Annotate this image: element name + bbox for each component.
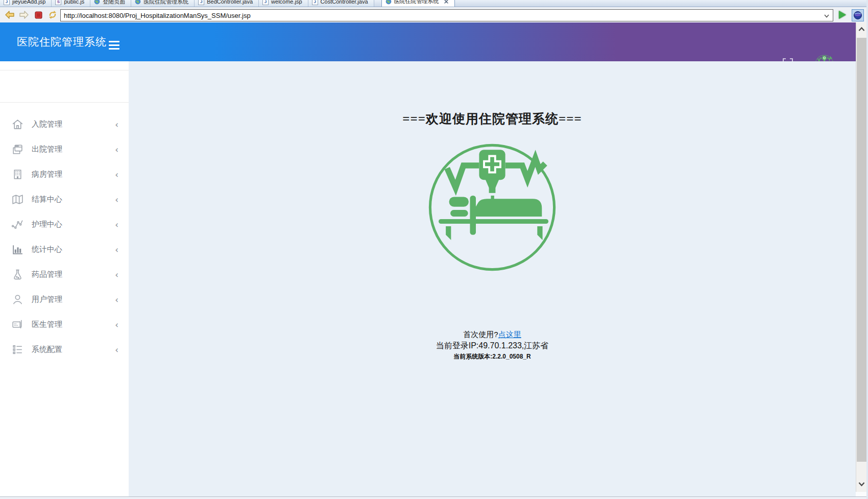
first-use-link[interactable]: 点这里	[498, 330, 521, 339]
map-icon	[11, 193, 24, 206]
editor-tab-costcontroller[interactable]: J CostController.java	[308, 0, 374, 7]
hamburger-menu-icon[interactable]	[109, 41, 119, 50]
scroll-up-icon[interactable]	[858, 26, 865, 33]
tab-label: jieyueAdd.jsp	[12, 0, 45, 5]
jsp-file-icon: J	[262, 0, 269, 5]
jsp-file-icon: J	[4, 0, 10, 5]
login-ip-text: 当前登录IP:49.70.1.233,江苏省	[129, 341, 856, 351]
chevron-left-icon: ‹	[115, 270, 118, 280]
editor-tab-jieyueadd[interactable]: J jieyueAdd.jsp	[0, 0, 52, 7]
editor-tab-hospital-system[interactable]: 医院住院管理系统	[131, 0, 195, 7]
chevron-left-icon: ‹	[115, 195, 118, 205]
stop-icon	[35, 11, 42, 19]
sidebar-item-label: 入院管理	[32, 120, 62, 129]
sidebar-item-label: 病房管理	[32, 170, 62, 179]
chevron-left-icon: ‹	[115, 245, 118, 255]
forward-arrow-icon	[19, 11, 29, 19]
scrollbar-thumb[interactable]	[857, 38, 866, 462]
scroll-down-icon[interactable]	[858, 480, 865, 488]
back-arrow-icon	[5, 11, 15, 19]
version-text: 当前系统版本:2.2.0_0508_R	[129, 353, 856, 361]
sidebar-divider	[0, 70, 129, 70]
sidebar-item-users[interactable]: 用户管理 ‹	[0, 287, 129, 312]
sidebar-item-ward[interactable]: 病房管理 ‹	[0, 162, 129, 187]
editor-tab-login-page[interactable]: 登陆页面	[90, 0, 131, 7]
first-use-text: 首次使用?	[463, 330, 498, 339]
app-title: 医院住院管理系统	[17, 35, 107, 49]
tab-label: 登陆页面	[103, 0, 125, 6]
browser-engine-button[interactable]	[852, 9, 864, 21]
url-input[interactable]	[61, 10, 833, 21]
java-file-icon: J	[198, 0, 204, 5]
browser-toolbar	[0, 8, 868, 22]
list-icon	[11, 343, 24, 356]
refresh-button[interactable]	[47, 10, 58, 20]
refresh-icon	[48, 10, 57, 19]
flask-icon	[11, 268, 24, 281]
globe-icon	[135, 0, 141, 5]
chart-line-icon	[11, 218, 24, 231]
user-icon	[11, 293, 24, 306]
chevron-left-icon: ‹	[115, 170, 118, 180]
close-icon[interactable]	[444, 0, 449, 4]
main-content: ===欢迎使用住院管理系统=== 首次使用?点这里 当前登录IP:49.70.1…	[129, 61, 856, 496]
sidebar-item-label: 统计中心	[32, 245, 62, 254]
editor-tab-bedcontroller[interactable]: J BedController.java	[195, 0, 259, 7]
java-file-icon: J	[312, 0, 318, 5]
sidebar-item-system-config[interactable]: 系统配置 ‹	[0, 337, 129, 362]
hospital-bed-logo-icon	[427, 142, 558, 273]
chevron-left-icon: ‹	[115, 220, 118, 230]
forward-button[interactable]	[19, 10, 29, 20]
sidebar-divider	[0, 102, 129, 103]
sidebar-menu: 入院管理 ‹ 出院管理 ‹ 病房管理	[0, 112, 129, 362]
sidebar-item-label: 系统配置	[32, 345, 62, 354]
go-button[interactable]	[839, 11, 846, 19]
editor-tab-hospital-system-active[interactable]: 医院住院管理系统	[381, 0, 455, 7]
building-icon	[11, 168, 24, 181]
tab-label: 医院住院管理系统	[143, 0, 188, 6]
sidebar-item-medicine[interactable]: 药品管理 ‹	[0, 262, 129, 287]
sidebar-item-label: 医生管理	[32, 320, 62, 329]
sidebar-item-doctors[interactable]: 医生管理 ‹	[0, 312, 129, 337]
globe-icon	[385, 0, 392, 5]
browser-globe-icon	[853, 11, 862, 20]
address-bar	[60, 9, 833, 21]
bar-chart-icon	[11, 243, 24, 256]
app-header: 医院住院管理系统	[0, 22, 856, 61]
sidebar-item-discharge[interactable]: 出院管理 ‹	[0, 137, 129, 162]
back-button[interactable]	[5, 10, 15, 20]
sidebar-item-label: 出院管理	[32, 145, 62, 154]
sidebar-item-label: 结算中心	[32, 195, 62, 204]
globe-icon	[94, 0, 100, 5]
welcome-heading: ===欢迎使用住院管理系统===	[129, 110, 856, 127]
editor-tab-welcome[interactable]: J welcome.jsp	[259, 0, 308, 7]
sidebar-item-statistics[interactable]: 统计中心 ‹	[0, 237, 129, 262]
sidebar-item-nursing[interactable]: 护理中心 ‹	[0, 212, 129, 237]
sidebar-item-label: 护理中心	[32, 220, 62, 229]
stop-button[interactable]	[33, 10, 43, 20]
editor-tab-publicjs[interactable]: S public.js	[52, 0, 90, 7]
url-history-chevron-icon[interactable]	[824, 13, 830, 19]
chevron-left-icon: ‹	[115, 145, 118, 155]
tab-label: CostController.java	[321, 0, 368, 5]
js-file-icon: S	[55, 0, 61, 5]
tab-label: public.js	[64, 0, 84, 5]
sidebar-nav: 入院管理 ‹ 出院管理 ‹ 病房管理	[0, 61, 129, 496]
chevron-left-icon: ‹	[115, 120, 118, 130]
tab-label: BedController.java	[207, 0, 253, 5]
vertical-scrollbar[interactable]	[856, 22, 866, 492]
sidebar-item-label: 药品管理	[32, 270, 62, 279]
chevron-left-icon: ‹	[115, 295, 118, 305]
tab-label: welcome.jsp	[271, 0, 302, 5]
system-notes: 首次使用?点这里 当前登录IP:49.70.1.233,江苏省 当前系统版本:2…	[129, 330, 856, 361]
chevron-left-icon: ‹	[115, 320, 118, 330]
chevron-left-icon: ‹	[115, 345, 118, 355]
prescription-icon	[11, 318, 24, 331]
window-bottom-edge	[0, 496, 866, 499]
hospital-logo	[427, 142, 558, 273]
windows-icon	[11, 143, 24, 156]
tab-label: 医院住院管理系统	[394, 0, 439, 5]
sidebar-item-label: 用户管理	[32, 295, 62, 304]
sidebar-item-admission[interactable]: 入院管理 ‹	[0, 112, 129, 137]
sidebar-item-settlement[interactable]: 结算中心 ‹	[0, 187, 129, 212]
